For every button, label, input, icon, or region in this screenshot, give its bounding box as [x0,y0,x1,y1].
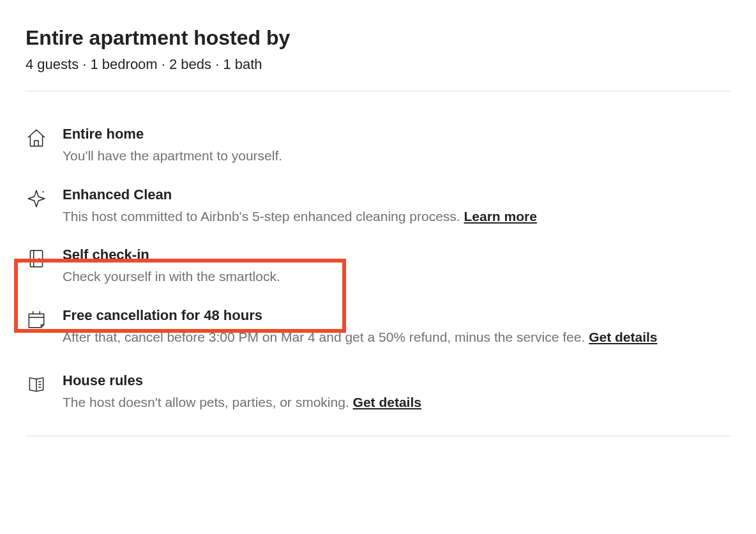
feature-body: Self check-in Check yourself in with the… [63,247,730,286]
calendar-icon [26,309,47,330]
feature-desc: Check yourself in with the smartlock. [63,267,730,286]
divider [26,436,730,436]
listing-header: Entire apartment hosted by 4 guests · 1 … [26,26,730,73]
svg-point-0 [43,191,44,192]
home-icon [26,127,47,149]
feature-title: Enhanced Clean [63,187,730,203]
get-details-link[interactable]: Get details [353,395,421,409]
feature-self-checkin: Self check-in Check yourself in with the… [26,244,730,304]
feature-desc: You'll have the apartment to yourself. [63,146,730,165]
get-details-link[interactable]: Get details [589,330,657,344]
feature-desc: The host doesn't allow pets, parties, or… [63,393,730,412]
feature-desc: This host committed to Airbnb's 5-step e… [63,207,730,226]
feature-cancellation: Free cancellation for 48 hours After tha… [26,305,730,370]
listing-subtitle: 4 guests · 1 bedroom · 2 beds · 1 bath [26,56,730,73]
listing-title: Entire apartment hosted by [26,26,730,50]
feature-body: House rules The host doesn't allow pets,… [63,372,730,412]
feature-entire-home: Entire home You'll have the apartment to… [26,123,730,183]
feature-title: Entire home [63,126,730,142]
feature-house-rules: House rules The host doesn't allow pets,… [26,370,730,430]
feature-title: House rules [63,372,730,389]
feature-body: Free cancellation for 48 hours After tha… [63,307,730,347]
door-icon [26,248,47,270]
rules-icon [26,374,47,395]
feature-body: Enhanced Clean This host committed to Ai… [63,187,730,226]
sparkle-icon [26,188,47,210]
svg-rect-1 [30,251,42,268]
feature-desc: After that, cancel before 3:00 PM on Mar… [63,328,730,347]
feature-title: Free cancellation for 48 hours [63,307,730,324]
feature-desc-text: The host doesn't allow pets, parties, or… [63,395,353,409]
feature-title: Self check-in [63,247,730,263]
feature-desc-text: After that, cancel before 3:00 PM on Mar… [63,330,589,344]
learn-more-link[interactable]: Learn more [464,209,537,224]
svg-point-3 [38,258,40,259]
feature-enhanced-clean: Enhanced Clean This host committed to Ai… [26,184,730,244]
feature-desc-text: This host committed to Airbnb's 5-step e… [63,209,464,224]
features-list: Entire home You'll have the apartment to… [26,91,730,430]
feature-body: Entire home You'll have the apartment to… [63,126,730,165]
